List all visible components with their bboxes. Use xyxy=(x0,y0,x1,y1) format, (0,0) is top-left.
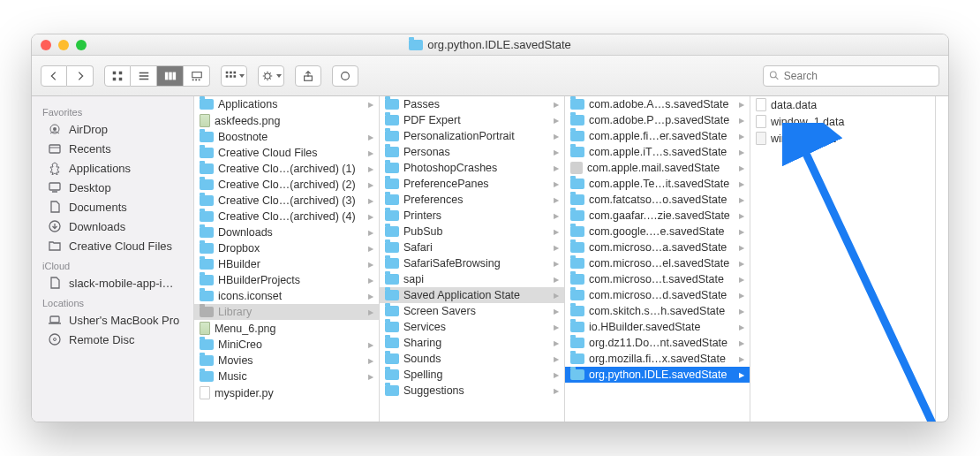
gallery-view-button[interactable] xyxy=(184,65,210,87)
list-item[interactable]: PubSub xyxy=(380,224,564,239)
list-item[interactable]: Preferences xyxy=(380,192,564,208)
list-item[interactable]: window_1.data xyxy=(750,113,935,130)
sidebar-item[interactable]: slack-mobile-app-i… xyxy=(32,273,193,293)
list-item[interactable]: Creative Clo…(archived) (2) xyxy=(194,177,379,193)
list-item[interactable]: Screen Savers xyxy=(380,303,564,319)
list-item[interactable]: com.apple.iT…s.savedState xyxy=(565,144,750,160)
item-label: Downloads xyxy=(218,226,364,239)
share-button[interactable] xyxy=(295,65,321,87)
list-item[interactable]: com.microso…el.savedState xyxy=(565,255,750,271)
folder-icon xyxy=(570,194,584,205)
list-item[interactable]: com.microso…a.savedState xyxy=(565,239,750,255)
list-item[interactable]: Music xyxy=(194,369,379,384)
list-item[interactable]: io.HBuilder.savedState xyxy=(565,319,750,335)
list-item[interactable]: com.fatcatso…o.savedState xyxy=(565,192,750,208)
item-label: Preferences xyxy=(403,194,549,206)
item-label: Applications xyxy=(218,98,364,110)
folder-icon xyxy=(200,99,214,110)
back-button[interactable] xyxy=(41,65,67,87)
sidebar-item[interactable]: Remote Disc xyxy=(32,330,193,349)
list-item[interactable]: sapi xyxy=(380,271,564,287)
sidebar-item[interactable]: Desktop xyxy=(32,178,193,197)
sidebar-item[interactable]: Applications xyxy=(32,158,193,178)
titlebar[interactable]: org.python.IDLE.savedState xyxy=(32,34,948,56)
list-item[interactable]: Saved Application State xyxy=(380,287,564,303)
svg-rect-32 xyxy=(50,316,59,323)
folder-icon xyxy=(385,306,399,316)
list-item[interactable]: HBuilder xyxy=(194,256,379,272)
list-item[interactable]: PreferencePanes xyxy=(380,176,564,192)
list-item[interactable]: com.skitch.s…h.savedState xyxy=(565,303,750,319)
list-item[interactable]: PDF Expert xyxy=(380,112,564,128)
list-item[interactable]: PhotoshopCrashes xyxy=(380,160,564,176)
list-item[interactable]: org.python.IDLE.savedState xyxy=(565,367,750,383)
folder-icon xyxy=(200,211,214,222)
search-input[interactable] xyxy=(784,70,933,82)
list-item[interactable]: Sharing xyxy=(380,335,564,351)
list-item[interactable]: com.adobe.A…s.savedState xyxy=(565,96,750,112)
list-item[interactable]: PersonalizationPortrait xyxy=(380,128,564,144)
sidebar-item[interactable]: Documents xyxy=(32,197,193,217)
list-item[interactable]: Creative Clo…(archived) (1) xyxy=(194,161,379,177)
list-item[interactable]: com.apple.fi…er.savedState xyxy=(565,128,750,144)
app-icon xyxy=(570,162,583,174)
icon-view-button[interactable] xyxy=(104,65,131,87)
group-by-button[interactable] xyxy=(221,65,247,87)
item-label: window_1.data xyxy=(771,116,930,128)
sidebar-item[interactable]: Recents xyxy=(32,139,193,158)
list-item[interactable]: Personas xyxy=(380,144,564,160)
list-item[interactable]: MiniCreo xyxy=(194,337,379,353)
list-item[interactable]: com.adobe.P…p.savedState xyxy=(565,112,750,128)
sidebar-item[interactable]: Usher's MacBook Pro xyxy=(32,310,193,330)
forward-button[interactable] xyxy=(67,65,94,87)
list-item[interactable]: org.dz11.Do…nt.savedState xyxy=(565,335,750,351)
list-item[interactable]: org.mozilla.fi…x.savedState xyxy=(565,351,750,367)
list-item[interactable]: com.microso…d.savedState xyxy=(565,287,750,303)
list-item[interactable]: askfeeds.png xyxy=(194,112,379,129)
list-item[interactable]: com.google.…e.savedState xyxy=(565,224,750,239)
folder-icon xyxy=(385,353,399,364)
list-item[interactable]: Movies xyxy=(194,353,379,369)
sidebar-item[interactable]: AirDrop xyxy=(32,119,193,139)
list-view-button[interactable] xyxy=(131,65,157,87)
list-item[interactable]: Boostnote xyxy=(194,129,379,145)
applications-icon xyxy=(48,161,62,175)
list-item[interactable]: Creative Cloud Files xyxy=(194,145,379,161)
list-item[interactable]: Library xyxy=(194,304,379,320)
list-item[interactable]: com.apple.Te…it.savedState xyxy=(565,176,750,192)
list-item[interactable]: Applications xyxy=(194,96,379,112)
list-item[interactable]: Spelling xyxy=(380,367,564,383)
list-item[interactable]: SafariSafeBrowsing xyxy=(380,255,564,271)
list-item[interactable]: Dropbox xyxy=(194,240,379,256)
list-item[interactable]: windows.plist xyxy=(750,130,935,147)
list-item[interactable]: Safari xyxy=(380,239,564,255)
item-label: io.HBuilder.savedState xyxy=(589,321,735,333)
column-view-button[interactable] xyxy=(157,65,184,87)
list-item[interactable]: Sounds xyxy=(380,351,564,367)
list-item[interactable]: Creative Clo…(archived) (4) xyxy=(194,209,379,224)
list-item[interactable]: Passes xyxy=(380,96,564,112)
list-item[interactable]: Suggestions xyxy=(380,383,564,399)
sidebar-item[interactable]: Downloads xyxy=(32,217,193,236)
tags-button[interactable] xyxy=(332,65,358,87)
list-item[interactable]: Printers xyxy=(380,208,564,224)
search-field[interactable] xyxy=(763,65,939,87)
svg-rect-10 xyxy=(192,72,201,77)
item-label: PhotoshopCrashes xyxy=(403,162,549,174)
item-label: Passes xyxy=(403,98,549,110)
list-item[interactable]: data.data xyxy=(750,96,935,113)
list-item[interactable]: Services xyxy=(380,319,564,335)
list-item[interactable]: myspider.py xyxy=(194,384,379,401)
list-item[interactable]: Downloads xyxy=(194,224,379,240)
list-item[interactable]: icons.iconset xyxy=(194,288,379,304)
list-item[interactable]: com.microso…t.savedState xyxy=(565,271,750,287)
list-item[interactable]: HBuilderProjects xyxy=(194,272,379,288)
list-item[interactable]: com.gaafar.…zie.savedState xyxy=(565,208,750,224)
item-label: Screen Savers xyxy=(403,305,549,317)
list-item[interactable]: Creative Clo…(archived) (3) xyxy=(194,193,379,209)
item-label: com.apple.Te…it.savedState xyxy=(589,178,735,190)
sidebar-item[interactable]: Creative Cloud Files xyxy=(32,236,193,255)
list-item[interactable]: com.apple.mail.savedState xyxy=(565,160,750,176)
list-item[interactable]: Menu_6.png xyxy=(194,320,379,337)
action-button[interactable] xyxy=(258,65,284,87)
